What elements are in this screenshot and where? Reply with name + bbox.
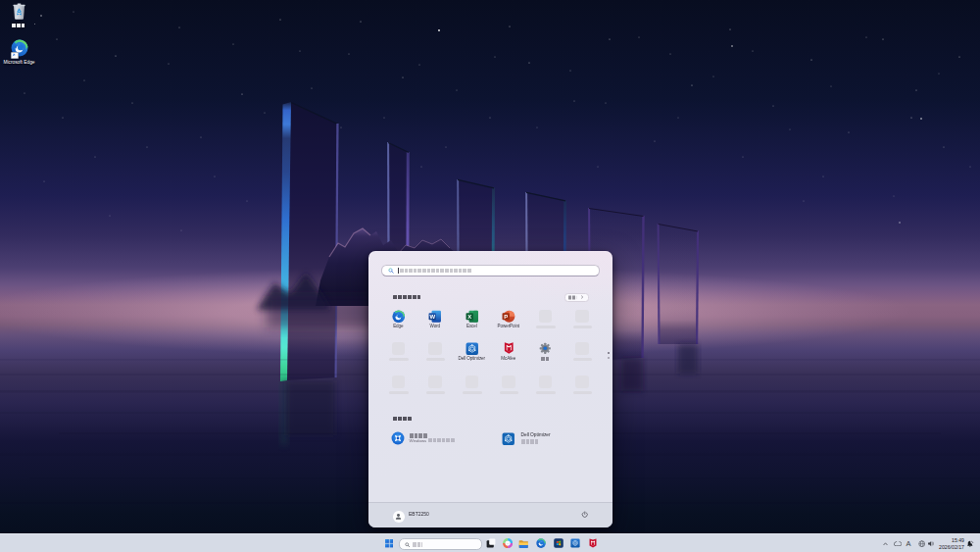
svg-text:P: P <box>504 314 508 320</box>
svg-text:X: X <box>467 314 471 320</box>
svg-text:W: W <box>429 314 435 320</box>
